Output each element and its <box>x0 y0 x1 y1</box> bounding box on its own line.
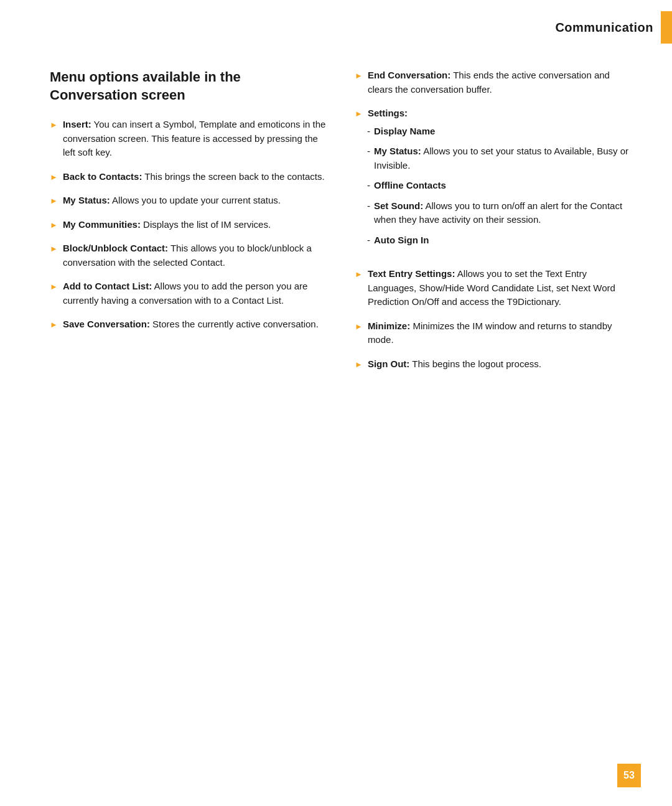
sub-text-my-status: My Status: Allows you to set your status… <box>374 144 635 172</box>
item-sign-out: Sign Out: This begins the logout process… <box>368 357 541 372</box>
page-header: Communication <box>0 0 672 50</box>
item-insert: Insert: You can insert a Symbol, Templat… <box>63 118 330 160</box>
section-title: Menu options available in the Conversati… <box>50 68 330 104</box>
arrow-icon: ► <box>355 70 363 82</box>
arrow-icon: ► <box>50 281 58 293</box>
arrow-icon: ► <box>355 108 363 120</box>
list-item: ► Block/Unblock Contact: This allows you… <box>50 241 330 269</box>
settings-sub-items: - Display Name - My Status: Allows you t… <box>367 124 635 254</box>
item-my-status: My Status: Allows you to update your cur… <box>63 194 281 208</box>
arrow-icon: ► <box>50 195 58 207</box>
arrow-icon: ► <box>50 171 58 184</box>
item-save-conversation: Save Conversation: Stores the currently … <box>63 317 319 332</box>
arrow-icon: ► <box>355 358 363 371</box>
list-item: ► Insert: You can insert a Symbol, Templ… <box>50 118 330 160</box>
sub-dash: - <box>367 124 370 139</box>
arrow-icon: ► <box>50 219 58 232</box>
sub-dash: - <box>367 233 370 248</box>
sub-text-set-sound: Set Sound: Allows you to turn on/off an … <box>374 199 635 227</box>
item-text-entry-settings: Text Entry Settings: Allows you to set t… <box>368 267 635 309</box>
sub-item-display-name: - Display Name <box>367 124 635 139</box>
item-my-communities: My Communities: Displays the list of IM … <box>63 218 271 232</box>
page-number: 53 <box>617 764 641 787</box>
item-block-unblock: Block/Unblock Contact: This allows you t… <box>63 241 330 269</box>
sub-dash: - <box>367 199 370 213</box>
arrow-icon: ► <box>355 268 363 281</box>
right-column: ► End Conversation: This ends the active… <box>355 68 635 381</box>
sub-dash: - <box>367 179 370 193</box>
list-item: ► Add to Contact List: Allows you to add… <box>50 279 330 307</box>
left-column: Menu options available in the Conversati… <box>50 68 330 381</box>
list-item: ► Text Entry Settings: Allows you to set… <box>355 267 635 309</box>
item-add-to-contact: Add to Contact List: Allows you to add t… <box>63 279 330 307</box>
sub-item-offline-contacts: - Offline Contacts <box>367 179 635 193</box>
list-item: ► Back to Contacts: This brings the scre… <box>50 170 330 184</box>
sub-text-display-name: Display Name <box>374 124 435 139</box>
item-settings: Settings: <box>368 106 408 121</box>
list-item: ► Settings: - Display Name - My Status: … <box>355 106 635 257</box>
list-item: ► My Communities: Displays the list of I… <box>50 218 330 232</box>
sub-text-offline-contacts: Offline Contacts <box>374 179 446 193</box>
arrow-icon: ► <box>50 319 58 331</box>
header-title: Communication <box>555 21 653 35</box>
header-accent-bar <box>661 11 672 44</box>
list-item: ► Minimize: Minimizes the IM window and … <box>355 319 635 347</box>
item-minimize: Minimize: Minimizes the IM window and re… <box>368 319 635 347</box>
sub-item-my-status: - My Status: Allows you to set your stat… <box>367 144 635 172</box>
main-content: Menu options available in the Conversati… <box>0 50 672 400</box>
arrow-icon: ► <box>50 119 58 131</box>
arrow-icon: ► <box>355 321 363 333</box>
sub-dash: - <box>367 144 370 159</box>
sub-item-set-sound: - Set Sound: Allows you to turn on/off a… <box>367 199 635 227</box>
item-back-to-contacts: Back to Contacts: This brings the screen… <box>63 170 325 184</box>
sub-text-auto-sign-in: Auto Sign In <box>374 233 429 248</box>
arrow-icon: ► <box>50 243 58 255</box>
list-item: ► My Status: Allows you to update your c… <box>50 194 330 208</box>
item-end-conversation: End Conversation: This ends the active c… <box>368 68 635 96</box>
list-item: ► Save Conversation: Stores the currentl… <box>50 317 330 332</box>
sub-item-auto-sign-in: - Auto Sign In <box>367 233 635 248</box>
list-item: ► End Conversation: This ends the active… <box>355 68 635 96</box>
list-item: ► Sign Out: This begins the logout proce… <box>355 357 635 372</box>
